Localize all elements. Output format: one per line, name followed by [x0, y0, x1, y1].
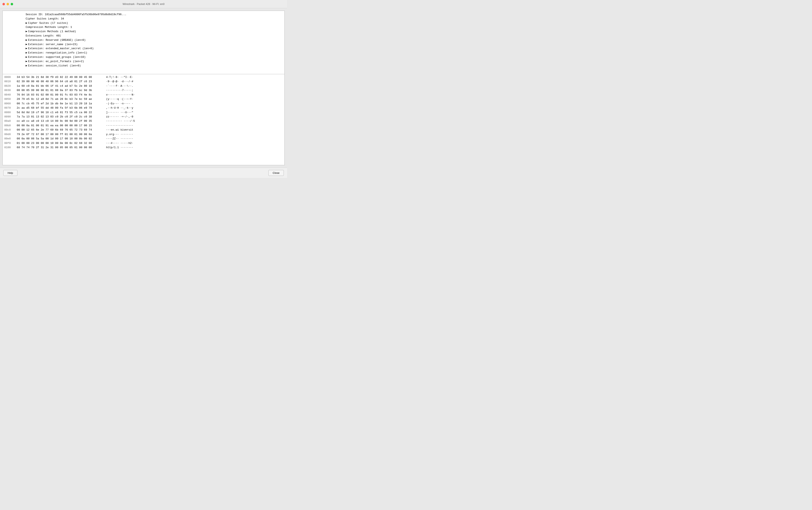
hex-row[interactable]: 00b0 00 00 0a 01 00 01 91 ea ea 00 00 00… — [4, 123, 283, 128]
hex-ascii: zz······ ·+·/·,·0 — [106, 115, 283, 119]
hex-bytes: 76 84 16 03 01 02 00 01 00 01 fc 03 03 f… — [17, 93, 103, 97]
hex-offset: 0060 — [4, 101, 13, 106]
hex-ascii: ·9··@·@· ·d···/·# — [106, 79, 283, 84]
hex-ascii: 4·T;!·8· ··"I··E· — [106, 75, 283, 79]
hex-bytes: 00 00 12 65 6e 2e 77 69 6b 69 76 65 72 7… — [17, 128, 103, 132]
hex-bytes: 00 0a 00 08 5a 5a 00 1d 00 17 00 18 00 0… — [17, 137, 103, 141]
hex-offset: 0070 — [4, 106, 13, 110]
help-button[interactable]: Help — [3, 170, 18, 176]
minimize-button[interactable] — [6, 3, 9, 5]
hex-offset: 00b0 — [4, 123, 13, 128]
hex-bytes: 79 2e 6f 72 67 00 17 00 00 ff 01 00 01 0… — [17, 132, 103, 137]
hex-offset: 0080 — [4, 110, 13, 115]
hex-offset: 0100 — [4, 145, 13, 150]
hex-row[interactable]: 0040 76 84 16 03 01 02 00 01 00 01 fc 03… — [4, 93, 283, 97]
hex-row[interactable]: 0020 1a 60 c0 8a 01 bb 66 1f 41 c4 ad b7… — [4, 84, 283, 88]
hex-ascii: y.org··· ········ — [106, 132, 283, 137]
hex-bytes: 28 79 e5 8c 12 a9 8d 71 ab 28 0c b3 7e b… — [17, 97, 103, 101]
hex-bytes: 01 00 00 23 00 00 00 10 00 0e 00 0c 02 6… — [17, 141, 103, 145]
hex-row[interactable]: 00a0 cc a9 cc a8 c0 13 c0 14 00 9c 00 9d… — [4, 119, 283, 123]
detail-line[interactable]: ▶Extension: renegotiation_info (len=1) — [5, 51, 282, 55]
hex-offset: 0000 — [4, 75, 13, 79]
hex-ascii: ·|·Eu·-· ·n···· · — [106, 101, 283, 106]
detail-line[interactable]: ▶Extension: session_ticket (len=0) — [5, 64, 282, 68]
hex-row[interactable]: 0000 34 b3 54 3b 21 8d 38 f9 d3 82 22 49… — [4, 75, 283, 79]
hex-bytes: 34 b3 54 3b 21 8d 38 f9 d3 82 22 49 08 0… — [17, 75, 103, 79]
detail-line[interactable]: ▶Extension: Reserved (GREASE) (len=0) — [5, 38, 282, 42]
hex-bytes: 5d 8d 8d 19 cf 96 18 c1 e6 81 f3 55 c5 c… — [17, 110, 103, 115]
hex-ascii: (y·····q ·(··~·Y· — [106, 97, 283, 101]
hex-bytes: 00 00 0a 01 00 01 91 ea ea 00 00 00 00 1… — [17, 123, 103, 128]
hex-ascii: v···············N· — [106, 93, 283, 97]
hex-row[interactable]: 0080 5d 8d 8d 19 cf 96 18 c1 e6 81 f3 55… — [4, 110, 283, 115]
hex-row[interactable]: 0010 02 39 00 00 40 00 40 06 96 64 c0 a8… — [4, 79, 283, 84]
hex-ascii: ····ZZ·· ········ — [106, 137, 283, 141]
hex-bytes: 00 7c cb 45 75 ef 2d 1b db 6e 1e b1 13 2… — [17, 101, 103, 106]
hex-ascii: ]······· ···U···" — [106, 110, 283, 115]
detail-line: Session ID: 181a2caad568bf55dd4800fa5fb3… — [5, 12, 282, 17]
hex-row[interactable]: 0050 28 79 e5 8c 12 a9 8d 71 ab 28 0c b3… — [4, 97, 283, 101]
detail-line: Extensions Length: 401 — [5, 34, 282, 38]
hex-bytes: 1a 60 c0 8a 01 bb 66 1f 41 c4 ad b7 5c 2… — [17, 84, 103, 88]
detail-line[interactable]: ▶Extension: supported_groups (len=10) — [5, 55, 282, 59]
hex-offset: 0020 — [4, 84, 13, 88]
hex-row[interactable]: 0070 2c aa d5 68 bf 55 dd 48 00 fa 5f b3… — [4, 106, 283, 110]
hex-ascii: ················· — [106, 123, 283, 128]
hex-offset: 00c0 — [4, 128, 13, 132]
window-controls — [2, 3, 13, 5]
hex-offset: 0040 — [4, 93, 13, 97]
hex-ascii: ·`····f· A···\··. — [106, 84, 283, 88]
hex-row[interactable]: 0090 7a 7a 13 01 13 02 13 03 c0 2b c0 2f… — [4, 115, 283, 119]
hex-bytes: 68 74 74 70 2f 31 2e 31 00 05 00 05 01 0… — [17, 145, 103, 150]
hex-row[interactable]: 00c0 00 00 12 65 6e 2e 77 69 6b 69 76 65… — [4, 128, 283, 132]
bottom-bar: Help Close — [0, 168, 287, 178]
hex-offset: 00a0 — [4, 119, 13, 123]
detail-line[interactable]: ▶Extension: server_name (len=23) — [5, 42, 282, 47]
detail-line: Compression Methods Length: 1 — [5, 25, 282, 30]
hex-bytes: 02 39 00 00 40 00 40 06 96 64 c0 a8 01 2… — [17, 79, 103, 84]
hex-ascii: ···en.wi kiversit — [106, 128, 283, 132]
hex-row[interactable]: 00f0 01 00 00 23 00 00 00 10 00 0e 00 0c… — [4, 141, 283, 145]
hex-offset: 00f0 — [4, 141, 13, 145]
main-content: Session ID: 181a2caad568bf55dd4800fa5fb3… — [0, 8, 287, 168]
hex-offset: 0030 — [4, 88, 13, 92]
hex-bytes: 2c aa d5 68 bf 55 dd 48 00 fa 5f b3 6b 0… — [17, 106, 103, 110]
hex-offset: 0050 — [4, 97, 13, 101]
hex-ascii: ,··h·U·H ··_·k··y — [106, 106, 283, 110]
hex-ascii: ··········7·····; — [106, 88, 283, 92]
hex-offset: 0010 — [4, 79, 13, 84]
hex-bytes: 08 08 85 99 00 00 01 01 08 0a 37 83 fb b… — [17, 88, 103, 92]
hex-row[interactable]: 00e0 00 0a 00 08 5a 5a 00 1d 00 17 00 18… — [4, 137, 283, 141]
hex-row[interactable]: 0100 68 74 74 70 2f 31 2e 31 00 05 00 05… — [4, 145, 283, 150]
hex-offset: 0090 — [4, 115, 13, 119]
hex-offset: 00e0 — [4, 137, 13, 141]
close-dialog-button[interactable]: Close — [268, 170, 284, 176]
detail-line[interactable]: ▶Extension: extended_master_secret (len=… — [5, 47, 282, 51]
title-bar: Wireshark · Packet 428 · Wi-Fi: en0 — [0, 0, 287, 8]
close-button[interactable] — [2, 3, 5, 5]
hex-offset: 00d0 — [4, 132, 13, 137]
hex-dump-panel[interactable]: 0000 34 b3 54 3b 21 8d 38 f9 d3 82 22 49… — [2, 74, 285, 165]
detail-line[interactable]: ▶Extension: ec_point_formats (len=2) — [5, 59, 282, 64]
hex-bytes: cc a9 cc a8 c0 13 c0 14 00 9c 00 9d 00 2… — [17, 119, 103, 123]
hex-ascii: http/1.1 ········ — [106, 145, 283, 150]
hex-row[interactable]: 0060 00 7c cb 45 75 ef 2d 1b db 6e 1e b1… — [4, 101, 283, 106]
hex-row[interactable]: 00d0 79 2e 6f 72 67 00 17 00 00 ff 01 00… — [4, 132, 283, 137]
maximize-button[interactable] — [11, 3, 13, 5]
detail-line[interactable]: ▶Compression Methods (1 method) — [5, 30, 282, 34]
packet-detail-panel[interactable]: Session ID: 181a2caad568bf55dd4800fa5fb3… — [2, 11, 285, 74]
window-title: Wireshark · Packet 428 · Wi-Fi: en0 — [123, 2, 165, 5]
detail-line: Cipher Suites Length: 34 — [5, 17, 282, 21]
hex-row[interactable]: 0030 08 08 85 99 00 00 01 01 08 0a 37 83… — [4, 88, 283, 92]
hex-ascii: ···#···· ·····h2· — [106, 141, 283, 145]
detail-line[interactable]: ▶Cipher Suites (17 suites) — [5, 21, 282, 25]
hex-ascii: ·········· ····/·5 — [106, 119, 283, 123]
hex-bytes: 7a 7a 13 01 13 02 13 03 c0 2b c0 2f c0 2… — [17, 115, 103, 119]
